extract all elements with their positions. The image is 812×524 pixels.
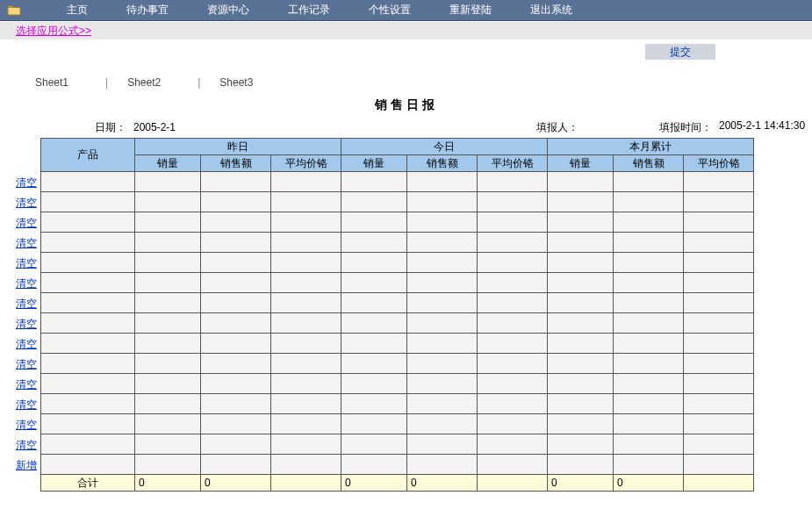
table-cell[interactable] [341, 253, 407, 273]
clear-row-button[interactable]: 清空 [16, 357, 40, 372]
table-cell[interactable] [341, 192, 407, 212]
table-cell[interactable] [271, 334, 341, 354]
table-cell[interactable] [41, 233, 135, 253]
table-cell[interactable] [407, 354, 478, 374]
table-cell[interactable] [41, 414, 135, 434]
table-cell[interactable] [478, 374, 548, 394]
menu-todo[interactable]: 待办事宜 [107, 3, 188, 18]
table-cell[interactable] [341, 394, 407, 414]
table-cell[interactable] [478, 334, 548, 354]
table-cell[interactable] [478, 414, 548, 434]
table-cell[interactable] [407, 414, 478, 434]
table-cell[interactable] [135, 414, 201, 434]
table-cell[interactable] [201, 192, 271, 212]
table-cell[interactable] [41, 434, 135, 455]
table-cell[interactable] [614, 354, 684, 374]
table-cell[interactable] [271, 172, 341, 192]
table-cell[interactable] [341, 414, 407, 434]
table-cell[interactable] [684, 334, 754, 354]
table-cell[interactable] [201, 293, 271, 313]
table-cell[interactable] [478, 253, 548, 273]
table-cell[interactable] [614, 172, 684, 192]
table-cell[interactable] [341, 334, 407, 354]
table-cell[interactable] [341, 293, 407, 313]
menu-relogin[interactable]: 重新登陆 [430, 3, 511, 18]
table-cell[interactable] [271, 374, 341, 394]
table-cell[interactable] [478, 354, 548, 374]
table-cell[interactable] [341, 233, 407, 253]
table-cell[interactable] [407, 253, 478, 273]
table-cell[interactable] [684, 192, 754, 212]
clear-row-button[interactable]: 清空 [16, 377, 40, 392]
table-cell[interactable] [271, 273, 341, 293]
clear-row-button[interactable]: 清空 [16, 337, 40, 352]
table-cell[interactable] [684, 293, 754, 313]
table-cell[interactable] [684, 414, 754, 434]
table-cell[interactable] [201, 172, 271, 192]
table-cell[interactable] [407, 273, 478, 293]
table-cell[interactable] [684, 394, 754, 414]
clear-row-button[interactable]: 清空 [16, 297, 40, 312]
table-cell[interactable] [41, 192, 135, 212]
table-cell[interactable] [135, 293, 201, 313]
table-cell[interactable] [548, 354, 614, 374]
table-cell[interactable] [201, 233, 271, 253]
table-cell[interactable] [478, 233, 548, 253]
table-cell[interactable] [135, 334, 201, 354]
table-cell[interactable] [478, 192, 548, 212]
menu-worklog[interactable]: 工作记录 [269, 3, 349, 18]
clear-row-button[interactable]: 清空 [16, 236, 40, 251]
table-cell[interactable] [684, 354, 754, 374]
table-cell[interactable] [271, 212, 341, 233]
table-cell[interactable] [614, 273, 684, 293]
table-cell[interactable] [684, 273, 754, 293]
table-cell[interactable] [684, 212, 754, 233]
clear-row-button[interactable]: 清空 [16, 317, 40, 332]
table-cell[interactable] [41, 334, 135, 354]
table-cell[interactable] [135, 212, 201, 233]
table-cell[interactable] [271, 354, 341, 374]
table-cell[interactable] [684, 374, 754, 394]
table-cell[interactable] [614, 212, 684, 233]
table-cell[interactable] [548, 192, 614, 212]
table-cell[interactable] [548, 334, 614, 354]
table-cell[interactable] [201, 273, 271, 293]
menu-settings[interactable]: 个性设置 [349, 3, 430, 18]
table-cell[interactable] [201, 253, 271, 273]
table-cell[interactable] [201, 414, 271, 434]
table-cell[interactable] [271, 434, 341, 455]
table-cell[interactable] [271, 414, 341, 434]
table-cell[interactable] [548, 374, 614, 394]
table-cell[interactable] [548, 253, 614, 273]
table-cell[interactable] [341, 434, 407, 455]
table-cell[interactable] [478, 293, 548, 313]
table-cell[interactable] [41, 253, 135, 273]
table-cell[interactable] [614, 394, 684, 414]
table-cell[interactable] [407, 192, 478, 212]
table-cell[interactable] [135, 394, 201, 414]
clear-row-button[interactable]: 清空 [16, 438, 40, 453]
table-cell[interactable] [478, 273, 548, 293]
menu-home[interactable]: 主页 [47, 3, 107, 18]
clear-row-button[interactable]: 清空 [16, 256, 40, 271]
table-cell[interactable] [684, 172, 754, 192]
table-cell[interactable] [478, 313, 548, 334]
table-cell[interactable] [478, 394, 548, 414]
menu-resources[interactable]: 资源中心 [188, 3, 269, 18]
table-cell[interactable] [201, 434, 271, 455]
table-cell[interactable] [684, 434, 754, 455]
table-cell[interactable] [201, 313, 271, 334]
table-cell[interactable] [201, 334, 271, 354]
table-cell[interactable] [271, 293, 341, 313]
table-cell[interactable] [684, 313, 754, 334]
table-cell[interactable] [201, 394, 271, 414]
sheet-tab-2[interactable]: Sheet2 [110, 76, 196, 89]
table-cell[interactable] [407, 374, 478, 394]
table-cell[interactable] [341, 455, 407, 475]
table-cell[interactable] [135, 455, 201, 475]
table-cell[interactable] [478, 212, 548, 233]
table-cell[interactable] [135, 253, 201, 273]
table-cell[interactable] [684, 233, 754, 253]
table-cell[interactable] [41, 293, 135, 313]
clear-row-button[interactable]: 清空 [16, 216, 40, 231]
